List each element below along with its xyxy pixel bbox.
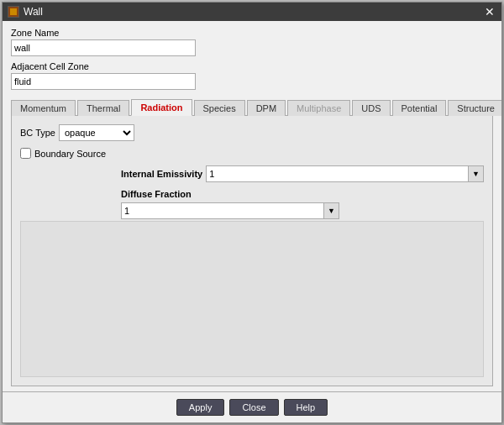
bc-type-label: BC Type [20,128,55,138]
tab-dpm[interactable]: DPM [247,100,286,116]
tabs-row: Momentum Thermal Radiation Species DPM M… [11,98,493,116]
tab-species[interactable]: Species [194,100,245,116]
diffuse-fraction-dropdown-arrow[interactable]: ▼ [324,202,339,219]
diffuse-fraction-section: Diffuse Fraction ▼ [121,189,484,219]
tab-multiphase: Multiphase [287,100,350,116]
diffuse-fraction-input-wrap: ▼ [121,202,339,219]
emissivity-input-wrap: ▼ [206,165,484,182]
tab-thermal[interactable]: Thermal [77,100,129,116]
tab-uds[interactable]: UDS [352,100,390,116]
bc-type-select[interactable]: opaque semi-transparent interior [59,124,134,141]
title-bar-left: Wall [8,6,43,18]
tab-potential[interactable]: Potential [392,100,447,116]
emissivity-input[interactable] [206,165,469,182]
boundary-source-checkbox[interactable] [20,148,31,159]
emissivity-label: Internal Emissivity [121,169,202,179]
wall-dialog: Wall ✕ Zone Name Adjacent Cell Zone Mome… [2,2,502,423]
emissivity-dropdown-arrow[interactable]: ▼ [469,165,484,182]
tab-momentum[interactable]: Momentum [11,100,76,116]
zone-name-input[interactable] [11,39,196,56]
bc-type-row: BC Type opaque semi-transparent interior [20,124,484,141]
close-title-button[interactable]: ✕ [483,6,496,18]
emissivity-row: Internal Emissivity ▼ [121,165,484,182]
zone-name-label: Zone Name [11,28,493,38]
dialog-body: Zone Name Adjacent Cell Zone Momentum Th… [3,21,501,391]
adjacent-cell-zone-label: Adjacent Cell Zone [11,61,493,71]
boundary-source-label: Boundary Source [34,149,106,159]
adjacent-cell-zone-group: Adjacent Cell Zone [11,61,493,90]
content-spacer [20,221,484,377]
tab-structure[interactable]: Structure [448,100,501,116]
zone-name-group: Zone Name [11,28,493,56]
tab-content-radiation: BC Type opaque semi-transparent interior… [11,116,493,386]
close-button[interactable]: Close [229,399,278,416]
apply-button[interactable]: Apply [176,399,225,416]
title-bar: Wall ✕ [3,3,501,21]
boundary-source-row: Boundary Source [20,148,484,159]
dialog-title: Wall [24,6,43,18]
footer: Apply Close Help [3,391,501,422]
diffuse-fraction-input[interactable] [121,202,324,219]
help-button[interactable]: Help [284,399,328,416]
tab-radiation[interactable]: Radiation [131,99,192,116]
app-icon [8,6,19,18]
diffuse-fraction-label: Diffuse Fraction [121,189,484,199]
adjacent-cell-zone-input[interactable] [11,73,196,90]
